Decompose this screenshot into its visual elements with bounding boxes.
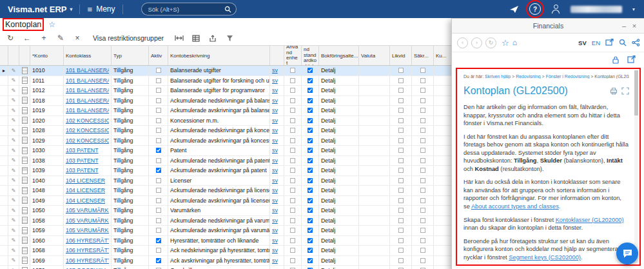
header-sakr[interactable]: Säkr...	[412, 46, 434, 65]
likvid-checkbox[interactable]	[398, 188, 404, 194]
sakr-checkbox[interactable]	[420, 158, 425, 164]
kontoklass-link[interactable]: 105 VARUMÄRKEN	[66, 217, 109, 224]
anvand-enhet-checkbox[interactable]	[290, 98, 296, 104]
files-cell[interactable]	[19, 236, 30, 246]
anvand-enhet-checkbox[interactable]	[290, 138, 296, 144]
likvid-checkbox[interactable]	[398, 118, 404, 124]
anvand-enhet-checkbox[interactable]	[290, 158, 296, 164]
files-cell[interactable]	[19, 206, 30, 215]
note-icon[interactable]: ✎	[8, 96, 19, 106]
likvid-checkbox[interactable]	[398, 138, 404, 144]
anvand-standardkoddel-checkbox[interactable]	[307, 168, 313, 174]
anvand-enhet-checkbox[interactable]	[290, 108, 296, 114]
note-icon[interactable]: ✎	[8, 76, 19, 86]
kontoklass-link[interactable]: 106 HYRESRÄTTER	[66, 237, 109, 244]
favorite-icon[interactable]: ☆	[502, 38, 509, 48]
files-cell[interactable]	[19, 176, 30, 186]
files-cell[interactable]	[19, 116, 30, 126]
files-cell[interactable]	[19, 106, 30, 115]
anvand-enhet-checkbox[interactable]	[290, 228, 296, 234]
anvand-enhet-checkbox[interactable]	[290, 88, 296, 94]
sakr-checkbox[interactable]	[420, 198, 425, 204]
files-cell[interactable]	[19, 126, 30, 135]
note-icon[interactable]: ✎	[8, 216, 19, 226]
files-cell[interactable]	[19, 166, 30, 175]
likvid-checkbox[interactable]	[398, 128, 404, 134]
lang-link[interactable]: sv	[272, 117, 278, 124]
kontoklass-link[interactable]: 102 KONCESSIONER	[66, 127, 109, 134]
anvand-standardkoddel-checkbox[interactable]	[307, 228, 313, 234]
header-kontobeskrivning[interactable]: Kontobeskrivning	[168, 46, 270, 65]
aktiv-checkbox[interactable]	[155, 218, 161, 224]
menu-button[interactable]: ≡ Meny	[80, 5, 123, 14]
likvid-checkbox[interactable]	[398, 88, 404, 94]
table-row[interactable]: ✎ 1050 105 VARUMÄRKEN Tillgång Varumärke…	[0, 206, 454, 216]
lang-link[interactable]: sv	[272, 237, 278, 244]
table-row[interactable]: ✎ 1020 102 KONCESSIONER Tillgång Koncess…	[0, 116, 454, 126]
header-anvand-enhet[interactable]: Använd enhet	[284, 46, 302, 65]
favorite-star-icon[interactable]: ☆	[48, 20, 55, 29]
sakr-checkbox[interactable]	[420, 218, 425, 224]
note-icon[interactable]: ✎	[8, 116, 19, 126]
note-icon[interactable]: ✎	[8, 226, 19, 235]
help-button[interactable]: ?	[529, 3, 541, 15]
note-icon[interactable]: ✎	[8, 166, 19, 175]
sakr-checkbox[interactable]	[420, 208, 425, 214]
nav-forward-button[interactable]: ›	[471, 37, 482, 48]
kontoklass-link[interactable]: 103 PATENT	[66, 167, 99, 174]
header-likvid[interactable]: Likvid	[390, 46, 412, 65]
lang-en-toggle[interactable]: EN	[592, 39, 600, 46]
anvand-standardkoddel-checkbox[interactable]	[307, 248, 313, 254]
anvand-enhet-checkbox[interactable]	[290, 238, 296, 244]
anvand-enhet-checkbox[interactable]	[290, 258, 296, 264]
lang-link[interactable]: sv	[272, 137, 278, 144]
fit-width-button[interactable]	[171, 32, 187, 45]
kontoklass-link[interactable]: 103 PATENT	[66, 147, 99, 154]
help-scrollbar[interactable]	[634, 70, 638, 263]
anvand-standardkoddel-checkbox[interactable]	[307, 108, 313, 114]
anvand-enhet-checkbox[interactable]	[290, 168, 296, 174]
aktiv-checkbox[interactable]	[155, 238, 161, 244]
print-icon[interactable]	[610, 87, 618, 95]
sakr-checkbox[interactable]	[420, 128, 425, 134]
files-cell[interactable]	[19, 216, 30, 226]
sakr-checkbox[interactable]	[420, 258, 425, 264]
header-konto[interactable]: *Konto	[30, 46, 64, 65]
files-cell[interactable]	[19, 256, 30, 266]
lang-link[interactable]: sv	[272, 197, 278, 204]
lang-link[interactable]: sv	[272, 177, 278, 184]
anvand-standardkoddel-checkbox[interactable]	[307, 208, 313, 214]
aktiv-checkbox[interactable]	[155, 118, 161, 124]
sakr-checkbox[interactable]	[420, 108, 425, 114]
anvand-standardkoddel-checkbox[interactable]	[307, 118, 313, 124]
delete-button[interactable]: ×	[70, 32, 85, 45]
kontoklass-link[interactable]: 102 KONCESSIONER	[66, 137, 109, 144]
close-button[interactable]: ×	[629, 22, 639, 30]
table-row[interactable]: ✎ 1030 103 PATENT Tillgång Patent sv Det…	[0, 146, 454, 156]
lang-link[interactable]: sv	[272, 67, 278, 74]
header-typ[interactable]: Typ	[112, 46, 149, 65]
lang-link[interactable]: sv	[272, 87, 278, 94]
breadcrumb-link[interactable]: Fönster i Redovisning	[546, 74, 590, 79]
note-icon[interactable]: ✎	[8, 266, 19, 269]
table-row[interactable]: ✎ 1048 104 LICENSER Tillgång Ackumulerad…	[0, 186, 454, 196]
filter-button[interactable]	[222, 32, 237, 45]
anvand-standardkoddel-checkbox[interactable]	[307, 148, 313, 154]
help-link[interactable]: Segment keys (CS202000)	[509, 254, 581, 261]
anvand-enhet-checkbox[interactable]	[290, 248, 296, 254]
sakr-checkbox[interactable]	[420, 88, 425, 94]
scrollbar-thumb[interactable]	[634, 70, 638, 115]
table-row[interactable]: ✎ 1068 106 HYRESRÄTTER Tillgång Ack neds…	[0, 246, 454, 256]
table-row[interactable]: ✎ 1040 104 LICENSER Tillgång Licenser sv…	[0, 176, 454, 186]
sakr-checkbox[interactable]	[420, 118, 425, 124]
aktiv-checkbox[interactable]	[155, 208, 161, 214]
aktiv-checkbox[interactable]	[155, 148, 161, 154]
aktiv-checkbox[interactable]	[155, 198, 161, 204]
refresh-button[interactable]: ↻	[3, 32, 18, 45]
expand-icon[interactable]	[621, 87, 629, 95]
files-cell[interactable]	[19, 266, 30, 269]
sakr-checkbox[interactable]	[420, 138, 425, 144]
open-window-icon[interactable]	[605, 39, 614, 46]
likvid-checkbox[interactable]	[398, 78, 404, 84]
header-kontoklass[interactable]: Kontoklass	[64, 46, 112, 65]
